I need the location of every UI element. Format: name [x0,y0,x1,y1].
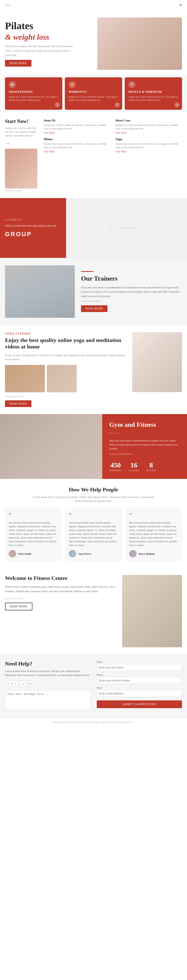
card-group-fitness[interactable]: ♟ GROUP FITNESS Sample text. Click to se… [5,77,62,110]
yoga-image-2 [47,365,77,392]
gym-heading: Gym and Fitness [109,421,180,428]
article-title-3: Yoga [116,137,182,141]
start-arrow-icon[interactable]: → [5,140,10,146]
stat-members: 450 MEMBERS [109,461,122,472]
article-title-0: Stem Fit [44,118,111,123]
social-gplus-icon[interactable]: G+ [27,681,33,687]
trainers-image [5,266,75,318]
article-desc-0: Sample text. Click to select the text bo… [44,124,111,130]
yoga-image-label: Images from Freepik [5,395,127,398]
social-twitter-icon[interactable]: t [13,681,19,687]
stat-awards-label: AWARDS [146,469,157,472]
article-link-2[interactable]: View More [44,150,111,153]
article-more-core: More Core Sample text. Click to select t… [116,118,182,134]
article-desc-3: Sample text. Click to select the text bo… [116,142,182,149]
testimonial-text-0: Arcu laoreet ornare ornare laoreet egest… [9,521,58,547]
email-label: Email [97,686,182,689]
yoga-right [132,332,182,392]
social-facebook-icon[interactable]: f [5,681,11,687]
testimonial-text-1: Arcu laoreet ornare ornare laoreet egest… [69,521,118,547]
start-description: Sample text. Click to select the text bo… [5,126,40,137]
yoga-label: YOGA CLASSES [5,332,127,335]
hamburger-icon[interactable]: ≡ [179,2,182,8]
start-image-label: Image from Freepik [5,189,40,192]
fitness-click-select[interactable]: Click to select [111,221,143,235]
article-link-3[interactable]: View More [116,150,182,153]
fitness-right-box[interactable]: Click to select [66,198,187,258]
article-stem-fit: Stem Fit Sample text. Click to select th… [44,118,111,134]
welcome-read-more-button[interactable]: READ MORE [5,603,32,610]
quote-icon-2: " [129,512,178,519]
phone-label: Phone [97,673,182,676]
card-workouts[interactable]: ⚡ WORKOUTS Sample text. Click to select … [65,77,122,110]
card-icon-muscle: ✦ [128,81,135,88]
testimonial-1: " Arcu laoreet ornare ornare laoreet ege… [65,508,122,561]
form-group-email: Email [97,686,182,697]
form-group-name: Name [97,660,182,671]
stat-awards: 8 AWARDS [146,461,157,472]
card-muscle[interactable]: ✦ MUSCLE & STRENGTH Sample text. Click t… [125,77,182,110]
yoga-heading: Enjoy the best quality online yoga and m… [5,337,127,350]
footer: Sample text. Click to select the text bo… [0,718,187,726]
card-arrow-workouts[interactable]: › [115,102,120,107]
yoga-description: Donec ut enim suscipit tellus, vel finib… [5,353,127,361]
card-arrow-muscle[interactable]: › [174,102,179,107]
hero-read-more-button[interactable]: READ MORE [5,60,32,67]
welcome-description: Fitness center, indoor swimming pool, ki… [5,584,117,593]
submit-button[interactable]: SUBMIT CLARIFICATION [97,700,182,708]
card-desc-group: Sample text. Click to select the text bo… [9,95,59,102]
article-link-0[interactable]: View More [44,132,111,134]
gym-description: Duis aute irure dolor in reprehenderit i… [109,439,180,451]
help-subtitle: Lorem ipsum dolor sit placerat in egesta… [31,495,156,503]
testimonials-row: " Arcu laoreet ornare ornare laoreet ege… [5,508,182,561]
testimonial-text-2: Arcu laoreet ornare ornare laoreet egest… [129,521,178,547]
fitness-left-box[interactable]: FITNESS Click to select the text start e… [0,198,66,258]
article-pilates: Pilates Sample text. Click to select the… [44,137,111,153]
hero-title: Pilates & weight loss [5,21,92,41]
card-desc-muscle: Sample text. Click to select the text bo… [128,95,178,102]
need-help-description: Lorem ipsum dolor sit placerat in egesta… [5,669,90,677]
yoga-section: YOGA CLASSES Enjoy the best quality onli… [0,325,187,414]
need-help-left: Need Help? Lorem ipsum dolor sit placera… [5,660,90,711]
card-arrow-group[interactable]: › [55,102,60,107]
social-youtube-icon[interactable]: y [20,681,26,687]
gym-left-image [0,414,102,479]
name-label: Name [97,660,182,663]
yoga-read-more-button[interactable]: READ MORE [5,400,32,407]
welcome-left: Welcome to Fitness Center Fitness center… [5,575,117,610]
stat-classes: 16 CLASSES [128,461,139,472]
form-group-phone: Phone [97,673,182,684]
fitness-group-label: GROUP [5,231,61,238]
need-help-section: Need Help? Lorem ipsum dolor sit placera… [0,654,187,718]
person-name-2: Mary Hudson [139,552,155,555]
card-title-muscle: MUSCLE & STRENGTH [128,90,178,94]
cards-row: ♟ GROUP FITNESS Sample text. Click to se… [0,75,187,112]
stat-members-number: 450 [109,461,122,469]
yoga-main-image [132,332,182,392]
person-name-1: Sara Perry [78,552,91,555]
social-icons-row: f t y G+ [5,681,90,687]
gym-decoration: ~~~ [109,431,180,436]
phone-input[interactable] [97,677,182,684]
message-input[interactable] [5,690,90,710]
article-title-2: Pilates [44,137,111,141]
hero-text: Pilates & weight loss Club Pilates studi… [5,21,92,67]
header: logo ≡ [0,0,187,10]
article-desc-1: Sample text. Click to select the text bo… [116,124,182,130]
welcome-section: Welcome to Fitness Center Fitness center… [0,569,187,654]
hero-image [97,18,182,70]
need-help-right: Name Phone Email SUBMIT CLARIFICATION [97,660,182,711]
name-input[interactable] [97,664,182,671]
person-0: Paul Smith [9,550,58,557]
email-input[interactable] [97,690,182,697]
person-2: Mary Hudson [129,550,178,557]
help-heading: How We Help People [5,486,182,493]
hero-description: Club Pilates studios offer the most repa… [5,44,75,57]
card-desc-workouts: Sample text. Click to select the text bo… [68,95,119,102]
article-link-1[interactable]: View More [116,132,182,134]
hero-subtitle: & weight loss [5,32,49,41]
trainers-read-more-button[interactable]: READ MORE [81,305,108,312]
trainers-section: Our Trainers Duis aute irure dolor in re… [0,258,187,325]
trainers-description: Duis aute irure dolor in reprehenderit i… [81,285,182,299]
article-title-1: More Core [116,118,182,123]
